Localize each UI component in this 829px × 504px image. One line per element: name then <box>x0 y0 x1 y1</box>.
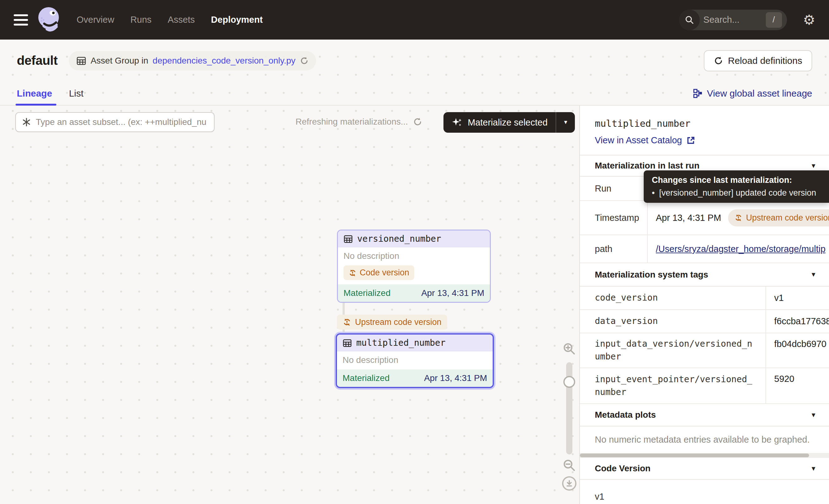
materialized-timestamp: Apr 13, 4:31 PM <box>424 373 487 383</box>
asset-subset-filter[interactable] <box>15 112 215 132</box>
refresh-status: Refreshing materializations... <box>295 117 422 127</box>
tag-row-input-event-pointer: input_event_pointer/versioned_number 592… <box>580 368 829 404</box>
asset-name: versioned_number <box>357 233 441 244</box>
menu-icon[interactable] <box>14 14 28 26</box>
page-header: default Asset Group in dependencies_code… <box>0 40 829 82</box>
search-icon <box>679 10 700 30</box>
section-metadata-plots: Metadata plots ▼ <box>580 404 829 426</box>
search-placeholder: Search... <box>700 15 766 25</box>
row-path: path /Users/sryza/dagster_home/storage/m… <box>580 235 829 263</box>
nav-links: Overview Runs Assets Deployment <box>77 15 263 25</box>
timestamp-value: Apr 13, 4:31 PM <box>656 213 721 223</box>
materialize-dropdown-caret[interactable]: ▼ <box>556 112 575 133</box>
page-title: default <box>17 53 58 68</box>
table-icon <box>344 234 353 244</box>
tag-row-code-version: code_version v1 <box>580 287 829 310</box>
sync-alert-icon <box>734 214 743 222</box>
horizontal-scrollbar[interactable] <box>580 453 829 458</box>
page-body: default Asset Group in dependencies_code… <box>0 40 829 504</box>
materialize-selected-button[interactable]: Materialize selected ▼ <box>443 112 575 133</box>
asset-node-versioned-number[interactable]: versioned_number No description Code ver… <box>337 229 491 303</box>
row-timestamp: Timestamp Apr 13, 4:31 PM Upstream <box>580 201 829 235</box>
asset-detail-panel: multiplied_number View in Asset Catalog … <box>580 106 829 504</box>
tab-list[interactable]: List <box>69 82 83 105</box>
changes-tooltip: Changes since last materialization: [ver… <box>644 170 829 203</box>
collapse-caret-icon[interactable]: ▼ <box>810 271 817 278</box>
dagster-logo-icon[interactable] <box>36 6 62 34</box>
view-in-asset-catalog-link[interactable]: View in Asset Catalog <box>595 135 829 145</box>
download-graph-icon[interactable] <box>562 476 576 491</box>
panel-asset-title: multiplied_number <box>595 118 829 129</box>
nav-item-runs[interactable]: Runs <box>131 15 152 25</box>
sync-alert-icon <box>343 318 351 326</box>
sparkle-icon <box>452 117 463 128</box>
view-global-asset-lineage-link[interactable]: View global asset lineage <box>693 88 812 99</box>
graph-zoom-controls <box>559 342 579 491</box>
tab-lineage[interactable]: Lineage <box>17 82 52 105</box>
asset-group-file-link[interactable]: dependencies_code_version_only.py <box>153 56 295 66</box>
asset-node-multiplied-number[interactable]: multiplied_number No description Materia… <box>336 333 494 388</box>
search-shortcut-key: / <box>766 12 782 28</box>
upstream-code-version-badge: Upstream code version <box>337 315 447 330</box>
section-system-tags: Materialization system tags ▼ <box>580 263 829 287</box>
zoom-out-icon[interactable] <box>563 459 576 472</box>
collapse-caret-icon[interactable]: ▼ <box>810 465 817 472</box>
sync-alert-icon <box>349 269 357 277</box>
nav-item-assets[interactable]: Assets <box>168 15 195 25</box>
metadata-plots-empty: No numeric metadata entries available to… <box>580 426 829 453</box>
materialized-timestamp: Apr 13, 4:31 PM <box>421 288 484 298</box>
code-version-chip: Code version <box>344 265 414 280</box>
search-input[interactable]: Search... / <box>679 10 787 30</box>
table-icon <box>343 338 352 348</box>
collapse-caret-icon[interactable]: ▼ <box>810 411 817 419</box>
asset-group-badge: Asset Group in dependencies_code_version… <box>69 51 316 70</box>
upstream-code-version-badge: Upstream code version <box>728 209 829 226</box>
zoom-in-icon[interactable] <box>563 342 576 355</box>
nav-item-deployment[interactable]: Deployment <box>211 15 263 25</box>
asset-subset-input[interactable] <box>36 117 208 127</box>
tag-row-data-version: data_version f6ccba177638 <box>580 310 829 333</box>
asset-group-prefix: Asset Group in <box>91 56 148 66</box>
asset-filter-icon <box>22 117 31 127</box>
scrollbar-thumb[interactable] <box>580 454 809 457</box>
zoom-slider-handle[interactable] <box>563 376 575 388</box>
asset-name: multiplied_number <box>356 338 446 348</box>
lineage-graph-pane[interactable]: Refreshing materializations... Materiali… <box>0 106 580 504</box>
path-link[interactable]: /Users/sryza/dagster_home/storage/multip <box>656 244 826 254</box>
gear-icon[interactable]: ⚙ <box>803 13 815 27</box>
collapse-caret-icon[interactable]: ▼ <box>810 162 817 170</box>
top-nav: Overview Runs Assets Deployment Search..… <box>0 0 829 40</box>
zoom-slider[interactable] <box>566 362 572 455</box>
materialized-status: Materialized <box>344 288 391 298</box>
code-version-value: v1 <box>580 480 829 504</box>
tag-row-input-data-version: input_data_version/versioned_number fb04… <box>580 333 829 368</box>
refresh-icon[interactable] <box>413 117 422 127</box>
asset-description: No description <box>343 355 487 365</box>
nav-item-overview[interactable]: Overview <box>77 15 114 25</box>
refresh-icon[interactable] <box>300 57 309 65</box>
lineage-graph-icon <box>693 89 702 98</box>
view-tabs: Lineage List View global asset lineage <box>0 82 829 106</box>
external-link-icon <box>686 136 695 145</box>
table-icon <box>76 56 86 66</box>
reload-definitions-button[interactable]: Reload definitions <box>704 50 813 71</box>
section-code-version: Code Version ▼ <box>580 458 829 480</box>
asset-description: No description <box>344 251 484 261</box>
materialized-status: Materialized <box>343 373 390 383</box>
